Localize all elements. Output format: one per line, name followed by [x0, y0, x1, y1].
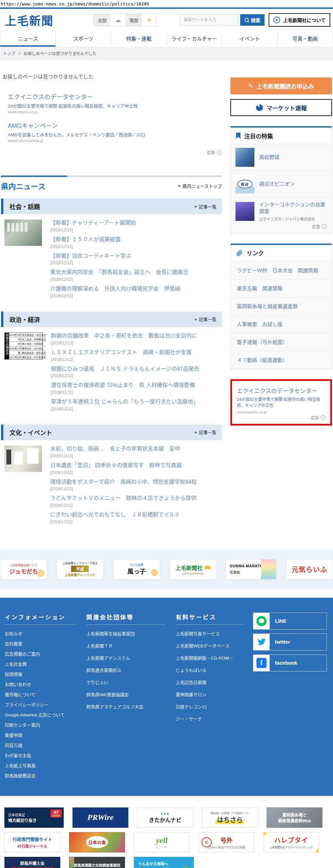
site-logo[interactable]: 上毛新聞 [5, 12, 54, 28]
article-title[interactable]: 【新着】１５０人が成果披露 [50, 236, 222, 243]
banner-47news[interactable]: 日本初実証 地方紙切り抜き 47 NEWS! [4, 807, 64, 828]
info-icon[interactable]: i [322, 224, 327, 229]
footer-link[interactable]: 印刷センター案内 [5, 722, 76, 728]
sidebar-ad-box[interactable]: エクイニクスのデータセンター 24か国52主要市場で展開 拡張性の高い相互接続、… [230, 379, 332, 426]
info-icon[interactable]: i [320, 415, 326, 420]
breadcrumb-home[interactable]: トップ [3, 50, 15, 56]
banner-kitakan-navi[interactable]: ●●● きたかんナビ [137, 807, 193, 828]
sidebar-link-olympics[interactable]: 東京五輪 関連情報 [231, 279, 332, 297]
article-title[interactable]: 群銀の店舗改革 中之条・原町を統合 敷島は渋川支店内に [51, 333, 222, 340]
footer-link[interactable]: 上毛新聞厚生福祉事業団 [86, 630, 166, 637]
article-title[interactable]: 環境活動をポスターで紹介 高崎の小中、特別支援学校84校 [50, 479, 222, 486]
footer-link[interactable]: お知らせ [5, 630, 76, 637]
footer-link[interactable]: でりじぇい [86, 679, 166, 685]
footer-link[interactable]: ジー・サーチ [176, 715, 243, 722]
footer-link[interactable]: 広告掲載のご案内 [5, 650, 76, 657]
search-input[interactable] [180, 15, 238, 25]
footer-link[interactable]: 上毛新聞WEBデータベース [176, 642, 243, 649]
about-company-button[interactable]: ▶ 上毛新聞社について [269, 13, 330, 27]
tab-sports[interactable]: スポーツ [56, 31, 111, 47]
footer-link[interactable]: 群馬連合新聞折込 [86, 667, 166, 673]
partner-kazekko[interactable]: 子ども新聞 風っ子 [113, 559, 160, 579]
article-title[interactable]: 介護職の理解深める 外国人向け職場見学会 伊勢崎 [50, 285, 222, 293]
footer-link[interactable]: 日経テレコン21 [176, 703, 243, 710]
featured-item[interactable]: 視点 視点オピニオン [231, 171, 332, 198]
market-report-button[interactable]: マーケット速報 [230, 99, 332, 116]
ad-title[interactable]: AMGキャンペーン [8, 121, 222, 130]
article-title[interactable]: 【新着】チャリティーアート展開始 [50, 220, 222, 227]
tab-features[interactable]: 特集・連載 [111, 31, 166, 47]
banner-hachisara[interactable]: 圏央道・北関東 プチ情報サイト はちさら [202, 807, 258, 828]
banner-gogai[interactable]: 初 号外 お好みの紙面で作る記念日新聞 [199, 832, 254, 852]
banner-bar-association[interactable]: 群馬弁護士会 弁護士情報検索システム [4, 857, 60, 868]
article-title[interactable]: 潜在保育士の復帰希望 15%止まり 県 人材確保へ環境整備 [51, 382, 222, 389]
footer-link[interactable]: 上毛新聞アドシステム [86, 655, 166, 661]
ad-title[interactable]: エクイニクスのデータセンター [8, 92, 222, 101]
featured-ad-item[interactable]: インターコネクションの効果調査 エクイニクス・ジャパン株式会社 広告 i [231, 198, 332, 233]
partner-gunma-marathon[interactable]: GUNMA MARATHON 写真館 [226, 559, 276, 579]
partner-jomo-publishing[interactable]: 上毛新聞社 jomo publishing [170, 559, 217, 579]
social-line-button[interactable]: LINE [253, 613, 327, 630]
footer-link[interactable]: 上毛新聞縮刷版－CD-ROM－ [176, 655, 243, 661]
partner-genki-life[interactable]: 元気らいふ [286, 559, 333, 579]
article-title[interactable]: うどんサミットＶのメニュー 館林の４店できょうから提供 [50, 495, 222, 502]
article-list-link[interactable]: ▶ 記事一覧 [195, 429, 216, 435]
banner-nihon-no-shoku[interactable]: 日本の食 [69, 832, 125, 852]
footer-link[interactable]: 会社概要 [5, 640, 76, 647]
featured-label[interactable]: インターコネクションの効果調査 [259, 201, 327, 215]
article-title[interactable]: 東北大県内同窓会 「群馬萩友会」設立へ 会長に腰高氏 [50, 269, 222, 276]
article-list-link[interactable]: ▶ 記事一覧 [195, 203, 216, 210]
article-thumbnail-table[interactable]: 群銀の店舗統合 2019年6月本庄南支店→本庄支店 7月水上支店→月夜野支店 9… [4, 333, 43, 360]
article-title[interactable]: 【新着】浴衣コーディネート学ぶ [50, 253, 222, 260]
social-twitter-button[interactable]: twitter [253, 634, 327, 650]
article-list-link[interactable]: ▶ 記事一覧 [195, 316, 216, 322]
sidebar-link-47video[interactable]: ４７動画（紙面連動） [231, 351, 332, 369]
footer-link[interactable]: じょうもばいる [176, 667, 243, 673]
article-title[interactable]: 草津が５年連続２位 じゃらんの「もう一度行きたい温泉地」 [51, 398, 222, 406]
footer-link[interactable]: 著作権について [5, 691, 76, 698]
footer-link[interactable]: わが家の主役 [5, 752, 76, 758]
footer-link[interactable]: 上毛紙上写真展 [5, 762, 76, 769]
footer-link[interactable]: お問い合わせ [5, 681, 76, 687]
sidebar-link-rugby[interactable]: ラグビーＷ杯 日本大会 関連情報 [231, 261, 332, 279]
footer-link[interactable]: 同窓万歳 [5, 742, 76, 748]
article-thumbnail[interactable] [4, 220, 42, 246]
footer-link[interactable]: 後援申請 [5, 732, 76, 738]
footer-link[interactable]: プライバシーポリシー [5, 701, 76, 708]
footer-link[interactable]: 群馬政経懇話会 [5, 772, 76, 779]
banner-harebutai[interactable]: ハレブタイ 上毛新聞社のクラウドファンディング [263, 832, 319, 852]
featured-item[interactable]: 高校野球 [231, 144, 332, 171]
footer-link[interactable]: 採用情報 [5, 671, 76, 677]
tab-life-culture[interactable]: ライフ・カルチャー [166, 31, 222, 47]
banner-gyosei-journal[interactable]: 行政専門情報サイト 47行政ジャーナル [4, 832, 60, 852]
prefecture-news-top-link[interactable]: ▶ 県内ニューストップ [179, 183, 222, 189]
footer-link[interactable]: Google Adsence 広告について [5, 711, 76, 718]
tab-photo-video[interactable]: 写真・動画 [277, 31, 333, 47]
article-thumbnail[interactable] [4, 446, 42, 472]
footer-link[interactable]: 雷神囲碁サロン [176, 691, 243, 698]
search-button[interactable]: 検索 [240, 14, 265, 26]
footer-link[interactable]: 上毛社会賞 [5, 661, 76, 667]
footer-link[interactable]: 群馬県アマチュアゴルフ大会 [86, 703, 166, 710]
featured-label[interactable]: 高校野球 [259, 154, 279, 161]
text-ad[interactable]: AMGキャンペーン AMGを試乗してみませんか。メルセデス・ベンツ墨田／西池袋／… [8, 121, 222, 143]
article-title[interactable]: 水彩、切り絵、版画… 亥と子の年賀状見本展 安中 [50, 446, 222, 453]
banner-gunma-eco[interactable]: ぐんまから地球へ ぐんまエコ活動！2019 [134, 857, 194, 868]
sidebar-link-denshi[interactable]: 電子速報（号外紙面） [231, 333, 332, 351]
footer-link[interactable]: 上毛新聞ＴＲ [86, 642, 166, 649]
article-title[interactable]: 日本遺産「里沼」 四季折々の情景写す 館林で写真展 [50, 462, 222, 469]
partner-heisei-playback[interactable]: 上毛新聞ライブラリーで見る 平成 上毛新聞プレーバック [57, 559, 104, 579]
ad-title[interactable]: エクイニクスのデータセンター [237, 386, 326, 395]
article-title[interactable]: 眼鏡にひみつ道具 ＪＩＮＳ ドラえもんイメージの47品発売 [51, 366, 222, 373]
featured-label[interactable]: 視点オピニオン [259, 181, 295, 187]
info-icon[interactable]: i [217, 150, 222, 155]
subscribe-button[interactable]: ✎ 上毛新聞購読お申込み [230, 77, 332, 94]
article-title[interactable]: にぎわい創出へ光でおもてなし ＪＲ前橋駅でイルミ [50, 511, 222, 519]
footer-link[interactable]: 群馬県NIE推進協議会 [86, 691, 166, 698]
text-ad[interactable]: エクイニクスのデータセンター 24か国52主要市場で展開 拡張性の高い相互接続、… [8, 92, 222, 114]
article-title[interactable]: ＬＩＸＩＬエクステリアコンテスト 高崎・創園社が金賞 [51, 349, 222, 356]
footer-link[interactable]: 上毛記念日新聞 [176, 679, 243, 685]
tab-events[interactable]: イベント [222, 31, 277, 47]
sidebar-link-tomioka[interactable]: 富岡製糸場と絹産業遺産群 [231, 297, 332, 315]
social-facebook-button[interactable]: f facebook [253, 655, 327, 671]
